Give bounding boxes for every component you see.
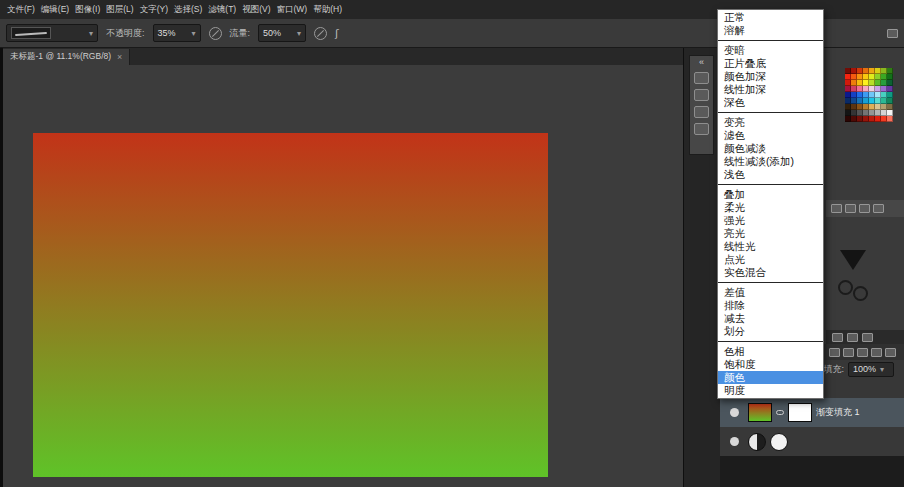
- document-tab[interactable]: 未标题-1 @ 11.1%(RGB/8) ×: [3, 49, 130, 65]
- blend-mode-option[interactable]: 叠加: [718, 188, 823, 201]
- panel-footer-icon[interactable]: [847, 333, 858, 342]
- layer-row-gradient-fill[interactable]: 渐变填充 1: [720, 398, 904, 427]
- blend-mode-option[interactable]: 浅色: [718, 168, 823, 181]
- adjustments-panel-header: [826, 200, 904, 217]
- panel-toggle-icon[interactable]: [887, 29, 898, 38]
- blend-mode-option[interactable]: 变亮: [718, 116, 823, 129]
- blend-mode-option[interactable]: 正片叠底: [718, 57, 823, 70]
- panel-tab-icon[interactable]: [831, 204, 842, 213]
- fill-value: 100%: [853, 364, 876, 374]
- blend-mode-option[interactable]: 柔光: [718, 201, 823, 214]
- blend-mode-option[interactable]: 亮光: [718, 227, 823, 240]
- blend-mode-option[interactable]: 颜色减淡: [718, 142, 823, 155]
- layer-mask-thumbnail[interactable]: [788, 403, 812, 422]
- adjustment-layer-icon[interactable]: [748, 433, 766, 451]
- panel-menu-icon[interactable]: [873, 204, 884, 213]
- airbrush-flow-icon[interactable]: [314, 27, 327, 40]
- document-tab-title: 未标题-1 @ 11.1%(RGB/8): [10, 51, 111, 63]
- panel-icon[interactable]: [694, 72, 709, 84]
- swatch-row: [845, 116, 893, 122]
- expand-panels-icon[interactable]: «: [699, 58, 704, 67]
- blend-mode-option[interactable]: 线性加深: [718, 83, 823, 96]
- blend-mode-option[interactable]: 强光: [718, 214, 823, 227]
- panel-footer-icon[interactable]: [862, 333, 873, 342]
- collapsed-panel-dock: «: [689, 55, 714, 155]
- menu-separator: [718, 40, 823, 41]
- blend-mode-option[interactable]: 溶解: [718, 24, 823, 37]
- blend-mode-option[interactable]: 饱和度: [718, 358, 823, 371]
- menu-item[interactable]: 选择(S): [171, 2, 205, 18]
- swatch-grid: [845, 68, 893, 122]
- menu-item[interactable]: 滤镜(T): [205, 2, 239, 18]
- circle-shape-icon[interactable]: [853, 286, 868, 301]
- blend-mode-option[interactable]: 减去: [718, 312, 823, 325]
- color-swatch[interactable]: [887, 116, 893, 122]
- close-icon[interactable]: ×: [117, 52, 122, 62]
- blend-mode-option[interactable]: 差值: [718, 286, 823, 299]
- menu-separator: [718, 282, 823, 283]
- blend-mode-option[interactable]: 色相: [718, 345, 823, 358]
- blend-mode-option[interactable]: 颜色加深: [718, 70, 823, 83]
- triangle-shape-icon[interactable]: [840, 250, 866, 270]
- blend-mode-option[interactable]: 线性减淡(添加): [718, 155, 823, 168]
- panel-footer-icon[interactable]: [832, 333, 843, 342]
- pen-pressure-icon[interactable]: ʃ: [335, 27, 339, 40]
- document-canvas[interactable]: [33, 133, 548, 477]
- filter-type-icon[interactable]: [843, 348, 854, 357]
- blend-mode-option[interactable]: 正常: [718, 11, 823, 24]
- layer-row-adjustment[interactable]: [720, 427, 904, 456]
- panel-tab-icon[interactable]: [859, 204, 870, 213]
- gradient-fill-thumbnail[interactable]: [748, 403, 772, 422]
- visibility-eye-icon[interactable]: [730, 408, 739, 417]
- fill-label: 填充:: [823, 363, 844, 376]
- chevron-down-icon: ▾: [880, 365, 884, 374]
- blend-mode-option[interactable]: 滤色: [718, 129, 823, 142]
- filter-type-icon[interactable]: [885, 348, 896, 357]
- circle-shape-icon[interactable]: [838, 280, 853, 295]
- menu-item[interactable]: 图层(L): [103, 2, 136, 18]
- filter-type-icon[interactable]: [857, 348, 868, 357]
- airbrush-icon[interactable]: [209, 27, 222, 40]
- blend-mode-option[interactable]: 点光: [718, 253, 823, 266]
- blend-mode-option[interactable]: 排除: [718, 299, 823, 312]
- filter-type-icon[interactable]: [829, 348, 840, 357]
- tab-bar: 未标题-1 @ 11.1%(RGB/8) ×: [3, 48, 683, 65]
- panel-footer-bar: [826, 330, 904, 344]
- menu-item[interactable]: 图像(I): [72, 2, 103, 18]
- panel-tab-icon[interactable]: [845, 204, 856, 213]
- opacity-combo[interactable]: 35% ▾: [153, 24, 201, 42]
- tool-preset-picker[interactable]: ▾: [6, 24, 98, 42]
- fill-combo[interactable]: 100% ▾: [848, 362, 894, 377]
- swatches-panel: [826, 48, 904, 200]
- blend-mode-option[interactable]: 变暗: [718, 44, 823, 57]
- blend-mode-option[interactable]: 线性光: [718, 240, 823, 253]
- menu-separator: [718, 112, 823, 113]
- brush-preset-icon: [11, 27, 51, 39]
- menu-item[interactable]: 视图(V): [239, 2, 273, 18]
- menu-item[interactable]: 文字(Y): [137, 2, 171, 18]
- blend-mode-option[interactable]: 实色混合: [718, 266, 823, 279]
- menu-item[interactable]: 编辑(E): [38, 2, 72, 18]
- layer-mask-thumbnail[interactable]: [770, 433, 788, 451]
- panel-icon[interactable]: [694, 106, 709, 118]
- chevron-down-icon: ▾: [192, 29, 196, 38]
- flow-combo[interactable]: 50% ▾: [258, 24, 306, 42]
- flow-label: 流量:: [230, 27, 251, 40]
- layer-name: 渐变填充 1: [816, 406, 860, 419]
- panel-icon[interactable]: [694, 123, 709, 135]
- blend-mode-option[interactable]: 划分: [718, 325, 823, 338]
- filter-type-icon[interactable]: [871, 348, 882, 357]
- visibility-eye-icon[interactable]: [730, 437, 739, 446]
- menu-separator: [718, 341, 823, 342]
- opacity-label: 不透明度:: [106, 27, 145, 40]
- link-icon: [776, 410, 784, 415]
- blend-mode-option[interactable]: 颜色: [718, 371, 823, 384]
- menu-item[interactable]: 窗口(W): [274, 2, 311, 18]
- chevron-down-icon: ▾: [297, 29, 301, 38]
- menu-item[interactable]: 帮助(H): [310, 2, 345, 18]
- panel-icon[interactable]: [694, 89, 709, 101]
- blend-mode-option[interactable]: 明度: [718, 384, 823, 397]
- blend-mode-option[interactable]: 深色: [718, 96, 823, 109]
- menu-item[interactable]: 文件(F): [4, 2, 38, 18]
- layers-panel-footer: [720, 456, 904, 487]
